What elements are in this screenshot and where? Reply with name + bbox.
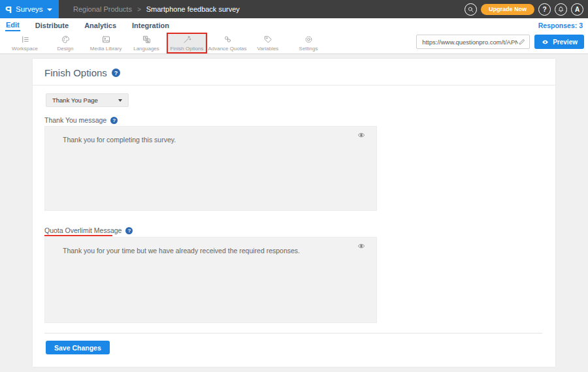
translate-icon bbox=[142, 35, 152, 44]
upgrade-now-button[interactable]: Upgrade Now bbox=[481, 4, 534, 15]
survey-nav-tabs: Edit Distribute Analytics Integration Re… bbox=[0, 18, 588, 32]
toolbar-item-label: Media Library bbox=[90, 46, 122, 52]
toolbar-item-label: Languages bbox=[133, 46, 159, 52]
topbar-actions: Upgrade Now ? A bbox=[465, 0, 583, 18]
edit-toolbar: Workspace Design Media Library Languages… bbox=[0, 32, 588, 54]
tab-edit[interactable]: Edit bbox=[5, 19, 20, 31]
responses-count[interactable]: Responses: 3 bbox=[538, 22, 583, 29]
help-icon[interactable]: ? bbox=[110, 117, 118, 124]
tag-icon bbox=[263, 35, 273, 44]
tab-distribute[interactable]: Distribute bbox=[35, 20, 69, 31]
help-button[interactable]: ? bbox=[538, 3, 551, 16]
page-title: Finish Options bbox=[44, 67, 107, 78]
question-icon: ? bbox=[542, 6, 546, 13]
panel-header: Finish Options ? bbox=[33, 59, 555, 85]
chevron-down-icon bbox=[47, 8, 52, 11]
toolbar-item-media-library[interactable]: Media Library bbox=[86, 33, 126, 54]
toolbar-item-workspace[interactable]: Workspace bbox=[5, 33, 45, 54]
red-annotation-underline bbox=[44, 235, 112, 236]
top-bar: P Surveys Regional Products > Smartphone… bbox=[0, 0, 588, 18]
finish-type-dropdown[interactable]: Thank You Page bbox=[46, 93, 129, 107]
thank-you-label-row: Thank You message ? bbox=[44, 116, 118, 124]
app-logo-surveys-menu[interactable]: P Surveys bbox=[0, 0, 59, 18]
bell-icon bbox=[557, 6, 564, 13]
quota-message-textarea[interactable]: Thank you for your time but we have alre… bbox=[44, 237, 377, 323]
quota-message-text: Thank you for your time but we have alre… bbox=[63, 247, 300, 255]
thank-you-message-text: Thank you for completing this survey. bbox=[63, 136, 176, 144]
chevron-down-icon bbox=[118, 99, 122, 102]
image-icon bbox=[101, 35, 111, 44]
help-icon[interactable]: ? bbox=[112, 69, 120, 77]
magic-wand-icon bbox=[182, 35, 192, 44]
save-changes-button[interactable]: Save Changes bbox=[46, 341, 110, 354]
eye-icon bbox=[541, 39, 549, 46]
preview-label: Preview bbox=[553, 39, 578, 46]
questionpro-logo-icon: P bbox=[5, 4, 12, 15]
thank-you-message-textarea[interactable]: Thank you for completing this survey. bbox=[44, 126, 377, 211]
preview-button[interactable]: Preview bbox=[534, 35, 584, 49]
finish-type-value: Thank You Page bbox=[52, 97, 118, 104]
edit-pencil-icon[interactable] bbox=[518, 38, 526, 46]
toolbar-right-actions: Preview bbox=[416, 35, 584, 49]
eye-preview-icon[interactable] bbox=[357, 131, 366, 139]
toolbar-item-label: Finish Options bbox=[170, 46, 203, 52]
toolbar-item-design[interactable]: Design bbox=[45, 33, 86, 54]
palette-icon bbox=[61, 35, 71, 44]
product-switcher-label: Surveys bbox=[16, 5, 43, 13]
breadcrumb-separator: > bbox=[137, 6, 141, 13]
toolbar-item-advance-quotas[interactable]: Advance Quotas bbox=[207, 33, 248, 54]
thank-you-label: Thank You message bbox=[44, 116, 106, 124]
divider bbox=[44, 333, 542, 333]
eye-preview-icon[interactable] bbox=[357, 242, 366, 250]
gear-icon bbox=[304, 35, 314, 44]
avatar-letter: A bbox=[575, 6, 580, 13]
quota-overlimit-label: Quota Overlimit Message bbox=[44, 226, 122, 234]
toolbar-item-label: Advance Quotas bbox=[208, 46, 246, 52]
breadcrumb-survey-name[interactable]: Smartphone feedback survey bbox=[146, 5, 240, 13]
tab-analytics[interactable]: Analytics bbox=[84, 20, 117, 31]
toolbar-item-label: Variables bbox=[257, 46, 279, 52]
quota-label-row: Quota Overlimit Message ? bbox=[44, 226, 133, 234]
breadcrumb: Regional Products > Smartphone feedback … bbox=[73, 5, 240, 13]
search-button[interactable] bbox=[465, 3, 477, 16]
toolbar-item-settings[interactable]: Settings bbox=[288, 33, 329, 54]
search-icon bbox=[467, 6, 474, 13]
toolbar-item-label: Settings bbox=[299, 46, 318, 52]
breadcrumb-folder[interactable]: Regional Products bbox=[73, 5, 132, 13]
tab-integration[interactable]: Integration bbox=[131, 20, 170, 31]
chain-links-icon bbox=[223, 35, 233, 44]
help-icon[interactable]: ? bbox=[125, 227, 133, 234]
workspace-icon bbox=[20, 35, 30, 44]
toolbar-item-finish-options[interactable]: Finish Options bbox=[167, 33, 207, 54]
survey-url-field[interactable] bbox=[416, 35, 530, 49]
notifications-button[interactable] bbox=[555, 3, 567, 16]
toolbar-item-label: Workspace bbox=[12, 46, 38, 52]
finish-options-panel: Finish Options ? Thank You Page Thank Yo… bbox=[33, 59, 555, 367]
survey-url-input[interactable] bbox=[422, 39, 518, 46]
account-avatar[interactable]: A bbox=[571, 3, 583, 16]
toolbar-item-label: Design bbox=[57, 46, 74, 52]
toolbar-item-variables[interactable]: Variables bbox=[248, 33, 288, 54]
toolbar-item-languages[interactable]: Languages bbox=[126, 33, 167, 54]
